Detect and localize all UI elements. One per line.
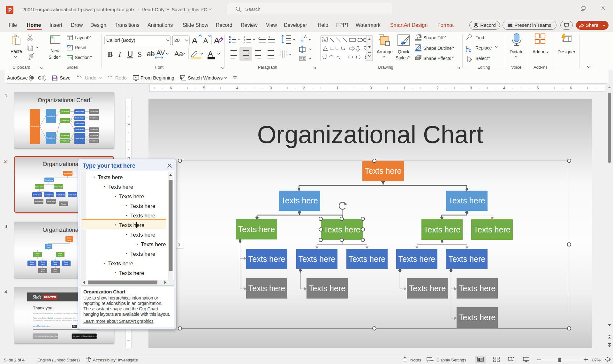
svg-text:Texts here: Texts here: [89, 110, 98, 112]
svg-text:here: here: [41, 263, 44, 265]
svg-text:Texts here: Texts here: [89, 140, 98, 142]
svg-text:Texts here: Texts here: [60, 134, 69, 136]
svg-text:6: 6: [570, 86, 572, 90]
svg-text:Texts: Texts: [35, 253, 40, 254]
svg-text:Texts here: Texts here: [63, 172, 72, 174]
svg-text:A: A: [323, 38, 326, 42]
svg-text:Texts: Texts: [53, 261, 57, 263]
svg-text:2: 2: [436, 86, 439, 90]
svg-text:5: 5: [203, 86, 205, 90]
svg-text:2: 2: [303, 86, 305, 90]
svg-text:Thank you!: Thank you!: [33, 306, 53, 310]
svg-text:P: P: [8, 7, 12, 13]
svg-text:A: A: [192, 36, 198, 45]
svg-text:ab: ab: [147, 50, 155, 58]
svg-text:Texts here: Texts here: [54, 186, 63, 188]
svg-text:0: 0: [370, 86, 372, 90]
svg-text:Texts here: Texts here: [46, 137, 55, 139]
svg-text:U: U: [127, 50, 133, 58]
svg-text:Texts: Texts: [47, 244, 51, 246]
svg-text:here: here: [58, 255, 62, 257]
svg-text:Texts: Texts: [53, 269, 57, 270]
svg-text:Texts: Texts: [41, 261, 45, 263]
svg-text:Texts here: Texts here: [75, 129, 84, 131]
svg-text:Texts here: Texts here: [75, 110, 84, 112]
svg-text:Texts here: Texts here: [46, 115, 55, 117]
svg-text:here: here: [67, 239, 71, 241]
svg-text:here: here: [41, 271, 44, 273]
svg-text:5: 5: [537, 86, 539, 90]
svg-text:Texts here: Texts here: [34, 201, 43, 202]
svg-text:www.SlideHunter.com: www.SlideHunter.com: [33, 325, 50, 327]
svg-text:Texts here: Texts here: [44, 179, 53, 181]
svg-text:Texts: Texts: [67, 237, 72, 239]
svg-text:here: here: [30, 263, 34, 265]
svg-text:Texts here: Texts here: [60, 140, 69, 142]
svg-text:Texts here: Texts here: [60, 110, 69, 112]
svg-text:Texts: Texts: [58, 253, 62, 254]
svg-text:here: here: [35, 255, 39, 257]
svg-text:Aa: Aa: [174, 50, 183, 58]
svg-text:6: 6: [170, 86, 172, 90]
svg-text:here: here: [53, 263, 57, 265]
svg-text:Texts here: Texts here: [68, 194, 77, 196]
svg-text:Upload to Slide Online.com: Upload to Slide Online.com: [73, 335, 99, 338]
svg-text:A: A: [208, 49, 213, 58]
svg-text:Download Free Templates: Download Free Templates: [35, 335, 60, 338]
svg-text:Texts: Texts: [30, 261, 34, 263]
svg-text:Texts here: Texts here: [75, 117, 84, 119]
svg-text:1: 1: [403, 86, 405, 90]
svg-text:c: c: [469, 48, 472, 53]
svg-text:S: S: [138, 50, 142, 58]
svg-text:here: here: [53, 271, 57, 273]
svg-text:4: 4: [503, 86, 505, 90]
svg-text:3: 3: [126, 123, 131, 125]
svg-text:Texts here: Texts here: [89, 129, 98, 131]
svg-text:3: 3: [270, 86, 272, 90]
svg-text:3: 3: [244, 42, 245, 45]
svg-text:Or upload your presentation fo: Or upload your presentation for free and…: [33, 319, 79, 321]
svg-text:Texts here: Texts here: [47, 201, 56, 202]
svg-text:Texts here: Texts here: [60, 120, 69, 122]
svg-text:Texts here: Texts here: [75, 138, 84, 140]
svg-text:Texts here: Texts here: [44, 194, 53, 196]
svg-text:here: here: [47, 246, 50, 248]
svg-text:4: 4: [236, 86, 238, 90]
svg-text:AV: AV: [156, 49, 165, 56]
svg-text:here: here: [64, 263, 68, 265]
svg-text:1: 1: [337, 86, 339, 90]
svg-text:Texts: Texts: [41, 269, 45, 270]
svg-text:HUNTER: HUNTER: [44, 296, 56, 299]
svg-text:Texts here: Texts here: [33, 194, 42, 196]
svg-text:A: A: [203, 37, 208, 44]
svg-text:Texts here: Texts here: [89, 117, 98, 119]
svg-text:Texts here: Texts here: [75, 123, 84, 125]
svg-text:3: 3: [470, 86, 472, 90]
svg-text:Texts here: Texts here: [56, 194, 65, 196]
svg-text:You can use this PowerPoint te: You can use this PowerPoint template for…: [33, 312, 80, 314]
svg-text:Follow us on Twitter @slideh o: Follow us on Twitter @slideh or subscrib…: [33, 317, 75, 319]
svg-text:Texts: Texts: [61, 203, 66, 205]
svg-text:B: B: [108, 50, 113, 58]
svg-text:Slide: Slide: [33, 295, 42, 300]
svg-text:Texts: Texts: [64, 261, 68, 263]
svg-text:A: A: [304, 34, 307, 39]
svg-text:Texts here: Texts here: [89, 134, 98, 136]
svg-text:Texts here: Texts here: [30, 125, 39, 127]
svg-text:Texts here: Texts here: [35, 186, 44, 188]
svg-text:I: I: [118, 50, 121, 58]
